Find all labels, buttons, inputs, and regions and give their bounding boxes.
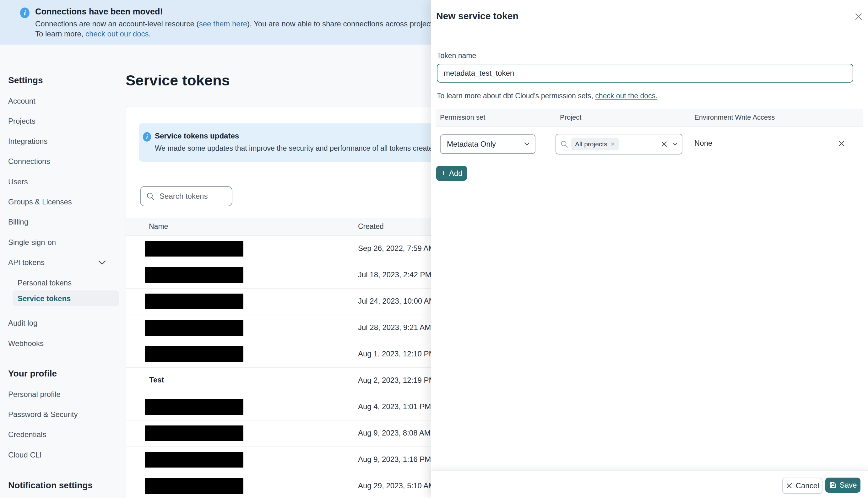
docs-line-text: To learn more about dbt Cloud's permissi… — [437, 92, 595, 100]
sidebar-heading-notification-settings: Notification settings — [8, 481, 93, 490]
new-service-token-panel: New service token Token name To learn mo… — [431, 0, 868, 498]
project-chip-label: All projects — [575, 140, 607, 148]
sidebar-item-credentials[interactable]: Credentials — [8, 430, 46, 439]
sidebar-item-personal-tokens[interactable]: Personal tokens — [17, 278, 71, 287]
banner-more: To learn more, check out our docs. — [35, 29, 151, 38]
sidebar-item-projects[interactable]: Projects — [8, 117, 36, 126]
sidebar-item-password-security[interactable]: Password & Security — [8, 410, 78, 419]
column-header-project: Project — [560, 113, 581, 121]
column-header-created: Created — [358, 222, 384, 231]
permission-set-value: Metadata Only — [447, 140, 524, 148]
redacted-token-name — [145, 267, 244, 283]
sidebar-item-connections[interactable]: Connections — [8, 157, 50, 166]
environment-write-access-value: None — [694, 139, 712, 147]
info-icon: i — [20, 8, 29, 18]
token-created-date: Jul 18, 2023, 2:42 PM P — [358, 270, 438, 279]
sidebar-heading-settings: Settings — [8, 75, 43, 86]
clear-selection-icon[interactable] — [660, 140, 668, 148]
cancel-button-label: Cancel — [796, 481, 819, 490]
redacted-token-name — [145, 425, 244, 441]
sidebar-item-cloud-cli[interactable]: Cloud CLI — [8, 450, 42, 459]
redacted-token-name — [145, 293, 244, 309]
sidebar-item-single-sign-on[interactable]: Single sign-on — [8, 238, 56, 247]
plus-icon: + — [440, 168, 446, 178]
infobox-title: Service tokens updates — [155, 132, 239, 140]
banner-title: Connections have been moved! — [35, 7, 163, 17]
search-icon — [561, 140, 568, 148]
chevron-down-icon[interactable] — [98, 260, 106, 265]
panel-footer: Cancel Save — [431, 470, 868, 498]
sidebar-item-users[interactable]: Users — [8, 178, 28, 186]
token-created-date: Aug 9, 2023, 8:08 AM PD — [358, 429, 443, 437]
token-name-field-wrap — [437, 64, 853, 82]
cancel-button[interactable]: Cancel — [782, 477, 823, 494]
search-tokens-box[interactable] — [140, 186, 232, 206]
project-chip[interactable]: All projects ✕ — [571, 138, 619, 150]
save-icon — [829, 481, 837, 489]
redacted-token-name — [145, 478, 244, 494]
panel-title: New service token — [436, 11, 518, 21]
project-multiselect[interactable]: All projects ✕ — [555, 134, 682, 155]
token-name-input[interactable] — [443, 68, 846, 78]
token-name-label: Token name — [437, 52, 476, 60]
redacted-token-name — [145, 399, 244, 415]
chevron-down-icon — [524, 142, 530, 146]
infobox-body: We made some updates that improve the se… — [155, 144, 437, 153]
search-icon — [146, 192, 155, 200]
sidebar-item-groups-licenses[interactable]: Groups & Licenses — [8, 197, 72, 206]
sidebar-heading-your-profile: Your profile — [8, 369, 57, 379]
token-created-date: Aug 29, 2023, 5:10 AM P — [358, 481, 442, 490]
check-out-the-docs-link[interactable]: check out the docs. — [595, 92, 657, 100]
redacted-token-name — [145, 452, 244, 468]
close-icon[interactable] — [854, 12, 863, 21]
token-created-date: Sep 26, 2022, 7:59 AM P — [358, 244, 442, 253]
remove-permission-row-icon[interactable] — [838, 140, 846, 147]
token-created-date: Jul 24, 2023, 10:00 AM — [358, 297, 435, 305]
dbt-cloud-settings-page: i Connections have been moved! Connectio… — [0, 0, 868, 498]
sidebar-item-webhooks[interactable]: Webhooks — [8, 339, 44, 348]
redacted-token-name — [145, 346, 244, 362]
chevron-down-icon[interactable] — [672, 143, 678, 146]
panel-header-divider — [431, 32, 868, 33]
add-button-label: Add — [449, 169, 463, 178]
save-button[interactable]: Save — [825, 477, 860, 493]
permissions-row-divider — [436, 162, 863, 162]
redacted-token-name — [145, 320, 244, 336]
banner-more-text: To learn more, — [35, 29, 86, 38]
token-created-date: Jul 28, 2023, 9:21 AM P — [358, 323, 438, 332]
close-icon — [786, 482, 793, 489]
banner-body-text: Connections are now an account-level res… — [35, 19, 199, 28]
check-out-docs-link[interactable]: check out our docs. — [86, 29, 151, 38]
info-icon: i — [143, 132, 151, 142]
sidebar-item-api-tokens[interactable]: API tokens — [8, 258, 44, 267]
search-input[interactable] — [159, 192, 226, 201]
settings-sidebar: Settings Account Projects Integrations C… — [0, 44, 126, 498]
column-header-name: Name — [149, 222, 168, 231]
redacted-token-name — [145, 241, 244, 257]
see-them-here-link[interactable]: see them here — [199, 19, 247, 28]
sidebar-item-integrations[interactable]: Integrations — [8, 137, 48, 146]
token-created-date: Aug 1, 2023, 12:10 PM P — [358, 350, 442, 358]
token-name: Test — [149, 376, 164, 384]
token-created-date: Aug 2, 2023, 12:19 PM P — [358, 376, 442, 385]
permissions-table-header: Permission set Project Environment Write… — [436, 109, 863, 127]
column-header-environment-write-access: Environment Write Access — [694, 113, 775, 121]
sidebar-item-account[interactable]: Account — [8, 97, 36, 105]
add-permission-button[interactable]: + Add — [436, 166, 467, 181]
column-header-permission-set: Permission set — [440, 113, 485, 121]
permission-set-select[interactable]: Metadata Only — [440, 134, 536, 154]
sidebar-item-billing[interactable]: Billing — [8, 218, 28, 226]
permission-docs-line: To learn more about dbt Cloud's permissi… — [437, 92, 657, 100]
sidebar-item-audit-log[interactable]: Audit log — [8, 319, 37, 328]
sidebar-item-personal-profile[interactable]: Personal profile — [8, 390, 61, 399]
chip-remove-icon[interactable]: ✕ — [610, 141, 615, 147]
page-title: Service tokens — [126, 71, 230, 89]
sidebar-item-service-tokens[interactable]: Service tokens — [17, 294, 71, 303]
save-button-label: Save — [840, 481, 857, 489]
